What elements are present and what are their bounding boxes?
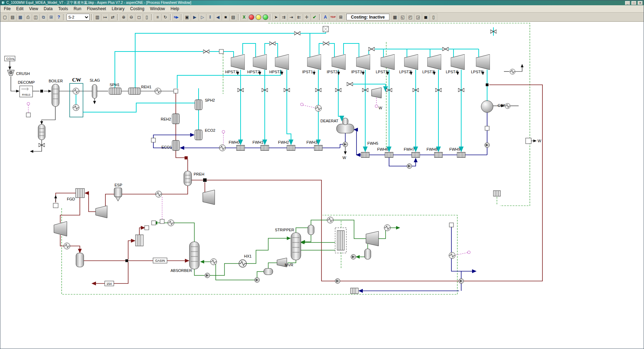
status-yellow-icon[interactable] <box>256 14 261 20</box>
lean-pump[interactable] <box>255 278 259 282</box>
join-stream-icon[interactable]: ⇇ <box>295 13 303 21</box>
fwh0-heater[interactable] <box>237 145 245 151</box>
zoom-out-icon[interactable]: ⊖ <box>127 13 135 21</box>
fgd-block[interactable] <box>76 189 84 198</box>
work-out-box[interactable] <box>526 138 531 144</box>
condensate-pump[interactable] <box>485 143 490 148</box>
flue-gas-train[interactable]: PREH ESP FGD <box>53 171 215 224</box>
treated-gas-cooler-icon[interactable] <box>168 220 174 226</box>
fwh3-heater[interactable] <box>314 145 323 151</box>
valves[interactable] <box>39 30 497 147</box>
hpst2-turbine[interactable] <box>253 54 267 70</box>
next-input-icon[interactable]: N▶ <box>172 13 180 21</box>
slag-column[interactable] <box>92 84 97 98</box>
port-box[interactable] <box>151 138 155 142</box>
cw-heatx-icon[interactable] <box>73 88 79 94</box>
cw-heatx-icon[interactable] <box>73 104 79 111</box>
insert-block-icon[interactable]: ▥ <box>94 13 101 21</box>
info-icon[interactable]: ▯ <box>430 13 437 21</box>
zoom-fit-icon[interactable]: ◻ <box>135 13 143 21</box>
boiler-column[interactable] <box>52 84 59 107</box>
booster-fan-icon[interactable] <box>96 206 107 218</box>
reh2-heater[interactable] <box>172 114 180 124</box>
menu-flowsheet[interactable]: Flowsheet <box>84 6 109 12</box>
port-box[interactable] <box>160 219 164 224</box>
ipst1-turbine[interactable] <box>307 54 321 70</box>
menu-data[interactable]: Data <box>41 6 55 12</box>
knockout-vessel[interactable] <box>76 253 84 267</box>
menu-window[interactable]: Window <box>147 6 168 12</box>
heatx-icon[interactable] <box>219 145 226 151</box>
heatx-icon[interactable] <box>510 69 515 74</box>
analysis-icon[interactable]: A <box>321 13 329 21</box>
grid-icon[interactable]: ⊞ <box>337 13 345 21</box>
stop-icon[interactable]: ■ <box>222 13 229 21</box>
menu-library[interactable]: Library <box>109 6 127 12</box>
menu-costing[interactable]: Costing <box>127 6 147 12</box>
lpst5-turbine[interactable] <box>476 54 490 70</box>
block-boiler[interactable]: BOILER CW SLAG <box>26 77 100 140</box>
cw-pump[interactable] <box>335 279 340 283</box>
stream-class-selector[interactable]: S-2 <box>67 14 90 21</box>
stack-box[interactable] <box>53 203 58 208</box>
print-icon[interactable]: ⎙ <box>24 13 32 21</box>
workbook-icon[interactable]: ▦ <box>391 13 399 21</box>
reconnect-icon[interactable]: ⇄ <box>109 13 117 21</box>
paste-icon[interactable]: ⊞ <box>47 13 55 21</box>
reh1-heater[interactable] <box>129 88 141 95</box>
misc-lines[interactable] <box>10 61 536 202</box>
condenser-sphere[interactable] <box>481 101 493 112</box>
overhead-drum[interactable] <box>308 225 314 235</box>
preh-column[interactable] <box>184 171 192 186</box>
align-icon[interactable]: ≡ <box>154 13 161 21</box>
capture-feed[interactable]: GASIN 154 <box>54 221 167 286</box>
heatx-icon[interactable] <box>155 191 162 197</box>
menu-view[interactable]: View <box>26 6 41 12</box>
mixer-junction[interactable] <box>203 178 207 182</box>
hpst3-turbine[interactable] <box>275 54 289 70</box>
minimize-button[interactable]: _ <box>625 1 630 5</box>
mixer-junction[interactable] <box>125 259 128 262</box>
save-icon[interactable]: ▦ <box>16 13 24 21</box>
port-box[interactable] <box>145 226 149 230</box>
page-break-icon[interactable]: ▯ <box>143 13 151 21</box>
fwh6-heater[interactable] <box>385 152 393 158</box>
status-green-icon[interactable] <box>263 14 268 20</box>
blower-icon[interactable] <box>54 221 67 236</box>
overhead-cooler-icon[interactable] <box>327 217 333 223</box>
flowsheet-canvas[interactable]: COAL CRUSH RYIELD DECOMP BOILER CW SLAG <box>0 22 644 349</box>
tdf-icon[interactable]: TDF <box>329 13 337 21</box>
run-settings-icon[interactable]: ▣ <box>183 13 191 21</box>
stripper-column[interactable] <box>291 233 301 260</box>
zoom-in-icon[interactable]: ⊕ <box>120 13 127 21</box>
valve-icon[interactable] <box>442 47 449 51</box>
menu-run[interactable]: Run <box>71 6 84 12</box>
valve-icon[interactable] <box>368 47 375 51</box>
lpst2-turbine[interactable] <box>404 54 418 70</box>
rotate-icon[interactable]: ↻ <box>161 13 169 21</box>
port-box[interactable] <box>174 89 178 93</box>
vent-block[interactable] <box>219 26 328 54</box>
heatx-icon[interactable] <box>155 88 161 94</box>
drain-pump[interactable] <box>407 164 412 169</box>
port-box[interactable] <box>485 126 489 130</box>
co2-compressor-icon[interactable] <box>366 231 379 246</box>
valve-icon[interactable] <box>269 42 276 46</box>
move-icon[interactable]: ✛ <box>303 13 311 21</box>
control-panel-icon[interactable]: ▤ <box>229 13 237 21</box>
ipst3-turbine[interactable] <box>356 54 370 70</box>
port-box[interactable] <box>26 113 30 117</box>
flash-drum[interactable] <box>264 268 273 275</box>
bfw-pump[interactable] <box>343 142 348 147</box>
sph2-heater[interactable] <box>195 100 202 110</box>
status-red-icon[interactable] <box>249 14 254 20</box>
check-status-icon[interactable]: ✔ <box>311 13 318 21</box>
pause-icon[interactable]: ‖ <box>206 13 214 21</box>
cascade-icon[interactable]: ◰ <box>407 13 414 21</box>
lpst4-turbine[interactable] <box>451 54 465 70</box>
maximize-button[interactable]: □ <box>631 1 636 5</box>
mixer-junction[interactable] <box>486 83 489 86</box>
heatx-icon[interactable] <box>505 103 510 109</box>
port-box[interactable] <box>449 223 453 227</box>
context-help-icon[interactable]: ? <box>55 13 63 21</box>
